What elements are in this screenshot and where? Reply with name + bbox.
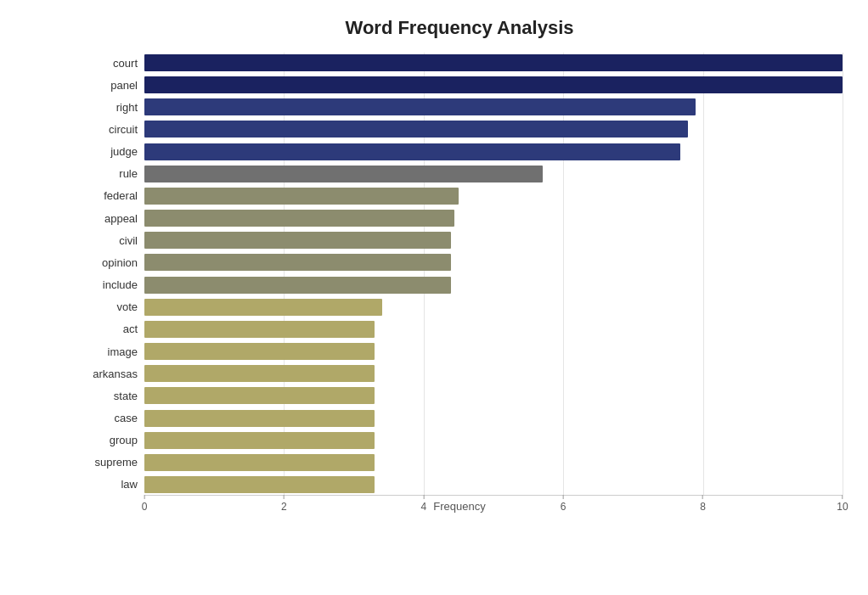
- bar-row: rule: [76, 164, 843, 184]
- bar-row: act: [76, 319, 843, 340]
- bar-row: right: [76, 97, 843, 117]
- x-tick-line: [144, 495, 145, 499]
- bar-label: civil: [76, 234, 144, 247]
- x-axis: 0246810 Frequency: [76, 495, 843, 529]
- bar-label: opinion: [76, 256, 144, 269]
- bar-label: include: [76, 278, 144, 291]
- bar-label: arkansas: [76, 368, 144, 380]
- bar-row: panel: [76, 75, 843, 95]
- bar-label: panel: [76, 79, 144, 92]
- bar-label: image: [76, 345, 144, 358]
- bar-row: law: [76, 474, 843, 495]
- x-tick-line: [563, 495, 564, 499]
- grid-line: [843, 53, 843, 495]
- bar-row: appeal: [76, 208, 843, 228]
- bar: [144, 365, 375, 382]
- bars-wrapper: courtpanelrightcircuitjudgerulefederalap…: [76, 53, 843, 495]
- bar-row: state: [76, 385, 843, 406]
- bar-row: case: [76, 408, 843, 429]
- bar: [144, 143, 680, 160]
- bar: [144, 76, 843, 93]
- bar-label: law: [76, 478, 144, 491]
- bar-row: vote: [76, 297, 843, 317]
- x-tick-label: 2: [281, 501, 287, 513]
- bar: [144, 166, 543, 182]
- bar: [144, 387, 375, 404]
- bar-label: federal: [76, 189, 144, 202]
- x-tick-line: [423, 495, 424, 499]
- x-tick-label: 4: [420, 501, 426, 513]
- bar-row: circuit: [76, 119, 843, 139]
- x-tick-label: 0: [142, 501, 148, 513]
- bar: [144, 454, 375, 471]
- x-tick-label: 10: [837, 501, 848, 513]
- chart-area: courtpanelrightcircuitjudgerulefederalap…: [76, 53, 843, 529]
- bar: [144, 54, 843, 71]
- chart-title: Word Frequency Analysis: [76, 17, 843, 39]
- x-tick: 6: [561, 495, 566, 513]
- x-tick: 8: [700, 495, 706, 513]
- x-tick: 0: [142, 495, 148, 513]
- x-tick: 10: [837, 495, 848, 513]
- bar: [144, 210, 454, 227]
- bar-row: court: [76, 53, 843, 73]
- bar: [144, 277, 451, 294]
- bar: [144, 432, 375, 449]
- bar-label: judge: [76, 145, 144, 158]
- bar-row: group: [76, 430, 843, 451]
- bar-row: supreme: [76, 452, 843, 473]
- x-tick-line: [284, 495, 285, 499]
- bar: [144, 299, 382, 316]
- bar: [144, 121, 688, 138]
- bar-row: civil: [76, 230, 843, 250]
- x-tick-label: 8: [700, 501, 706, 513]
- bar-label: group: [76, 434, 144, 446]
- chart-container: Word Frequency Analysis courtpanelrightc…: [0, 0, 868, 595]
- bar: [144, 410, 375, 427]
- bar: [144, 188, 459, 205]
- x-tick: 2: [281, 495, 287, 513]
- bar: [144, 321, 375, 338]
- x-tick-line: [702, 495, 703, 499]
- bar-label: court: [76, 57, 144, 70]
- bar-label: rule: [76, 167, 144, 180]
- bar-label: supreme: [76, 456, 144, 469]
- x-tick: 4: [420, 495, 426, 513]
- bar-label: circuit: [76, 123, 144, 136]
- bar-label: vote: [76, 300, 144, 313]
- bar-row: federal: [76, 186, 843, 206]
- bar-row: include: [76, 275, 843, 295]
- bar: [144, 476, 375, 493]
- bar: [144, 232, 451, 249]
- bar-label: state: [76, 390, 144, 402]
- bar-label: act: [76, 323, 144, 335]
- x-tick-label: 6: [561, 501, 566, 513]
- bar: [144, 254, 451, 271]
- x-tick-line: [842, 495, 843, 499]
- bar-label: appeal: [76, 212, 144, 225]
- bar: [144, 343, 375, 360]
- bar-row: image: [76, 341, 843, 362]
- bar-row: opinion: [76, 252, 843, 272]
- bar-row: judge: [76, 142, 843, 162]
- x-ticks: 0246810: [144, 495, 843, 529]
- bar-row: arkansas: [76, 363, 843, 384]
- bar: [144, 98, 696, 115]
- bar-label: right: [76, 101, 144, 114]
- bar-label: case: [76, 412, 144, 424]
